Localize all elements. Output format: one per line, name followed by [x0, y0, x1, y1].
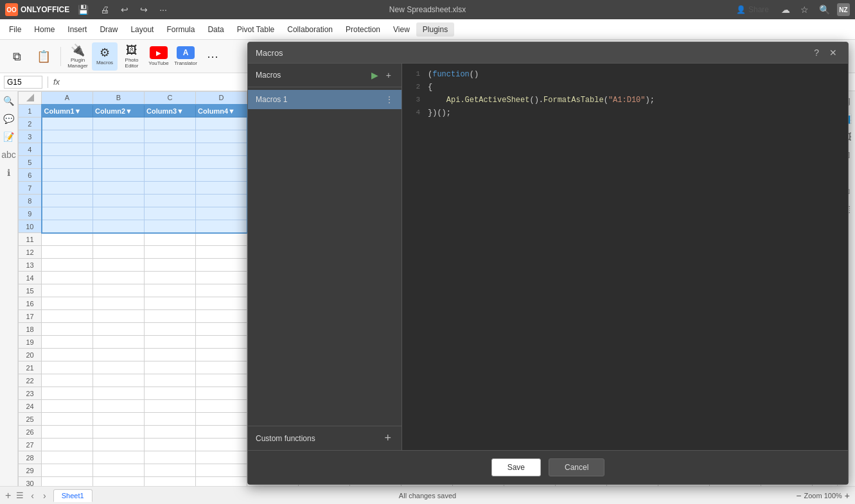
cell-A23[interactable]: [42, 387, 93, 400]
row-header-8[interactable]: 8: [19, 195, 42, 207]
cell-D26[interactable]: [196, 426, 247, 439]
cell-B8[interactable]: [93, 195, 145, 207]
menu-draw[interactable]: Draw: [93, 22, 124, 37]
cell-B27[interactable]: [93, 439, 145, 451]
menu-plugins[interactable]: Plugins: [416, 22, 454, 37]
row-header-17[interactable]: 17: [19, 310, 42, 323]
row-header-22[interactable]: 22: [19, 374, 42, 387]
cell-A16[interactable]: [42, 297, 93, 310]
cell-A21[interactable]: [42, 361, 93, 374]
cell-A2[interactable]: [42, 117, 93, 130]
menu-insert[interactable]: Insert: [61, 22, 93, 37]
zoom-in-button[interactable]: +: [845, 491, 850, 501]
macro-item-menu-1[interactable]: ⋮: [385, 94, 394, 105]
more-plugins-button[interactable]: ⋯: [200, 42, 225, 71]
cell-C29[interactable]: [145, 464, 196, 477]
row-header-29[interactable]: 29: [19, 464, 42, 477]
sheet-nav-next[interactable]: ›: [41, 491, 48, 501]
macros-button[interactable]: ⚙ Macros: [92, 42, 118, 71]
cell-B12[interactable]: [93, 246, 145, 259]
cell-C22[interactable]: [145, 374, 196, 387]
info-sidebar-icon[interactable]: ℹ: [2, 166, 16, 180]
code-editor[interactable]: 1 (function() 2 { 3 A: [402, 64, 848, 450]
sheet-list-button[interactable]: ☰: [16, 491, 24, 500]
cell-C17[interactable]: [145, 310, 196, 323]
corner-header[interactable]: [19, 92, 42, 105]
menu-file[interactable]: File: [3, 22, 28, 37]
cell-C26[interactable]: [145, 426, 196, 439]
cell-A8[interactable]: [42, 195, 93, 207]
cell-B1[interactable]: Column2▼: [93, 105, 145, 117]
cell-C11[interactable]: [145, 233, 196, 246]
cell-C7[interactable]: [145, 182, 196, 195]
cell-C28[interactable]: [145, 451, 196, 464]
row-header-4[interactable]: 4: [19, 143, 42, 156]
row-header-3[interactable]: 3: [19, 130, 42, 143]
menu-collaboration[interactable]: Collaboration: [281, 22, 339, 37]
cell-B25[interactable]: [93, 413, 145, 426]
cell-A15[interactable]: [42, 284, 93, 297]
cell-C25[interactable]: [145, 413, 196, 426]
cell-D3[interactable]: [196, 130, 247, 143]
cell-B19[interactable]: [93, 336, 145, 349]
row-header-14[interactable]: 14: [19, 272, 42, 284]
cell-C23[interactable]: [145, 387, 196, 400]
row-header-13[interactable]: 13: [19, 259, 42, 272]
cell-C1[interactable]: Column3▼: [145, 105, 196, 117]
cell-D17[interactable]: [196, 310, 247, 323]
cell-D14[interactable]: [196, 272, 247, 284]
cell-D7[interactable]: [196, 182, 247, 195]
cell-A13[interactable]: [42, 259, 93, 272]
cell-B6[interactable]: [93, 169, 145, 182]
comment-sidebar-icon[interactable]: 💬: [2, 112, 16, 126]
row-header-30[interactable]: 30: [19, 477, 42, 487]
menu-data[interactable]: Data: [201, 22, 230, 37]
cell-A19[interactable]: [42, 336, 93, 349]
cell-B17[interactable]: [93, 310, 145, 323]
row-header-18[interactable]: 18: [19, 323, 42, 336]
cell-A28[interactable]: [42, 451, 93, 464]
cell-A27[interactable]: [42, 439, 93, 451]
cell-D12[interactable]: [196, 246, 247, 259]
menu-formula[interactable]: Formula: [160, 22, 201, 37]
cell-D5[interactable]: [196, 156, 247, 169]
copy-button[interactable]: ⧉: [4, 42, 30, 71]
cell-A17[interactable]: [42, 310, 93, 323]
cell-C15[interactable]: [145, 284, 196, 297]
cell-C24[interactable]: [145, 400, 196, 413]
cell-B2[interactable]: [93, 117, 145, 130]
cell-A24[interactable]: [42, 400, 93, 413]
save-to-cloud-button[interactable]: ☁: [778, 3, 793, 16]
cell-D9[interactable]: [196, 207, 247, 220]
cell-D8[interactable]: [196, 195, 247, 207]
cell-D18[interactable]: [196, 323, 247, 336]
cell-A5[interactable]: [42, 156, 93, 169]
row-header-5[interactable]: 5: [19, 156, 42, 169]
cell-C16[interactable]: [145, 297, 196, 310]
cell-A7[interactable]: [42, 182, 93, 195]
cell-A25[interactable]: [42, 413, 93, 426]
cell-D29[interactable]: [196, 464, 247, 477]
dialog-save-button[interactable]: Save: [491, 458, 541, 476]
cell-D24[interactable]: [196, 400, 247, 413]
row-header-25[interactable]: 25: [19, 413, 42, 426]
sheet-tab-1[interactable]: Sheet1: [53, 489, 93, 502]
cell-C18[interactable]: [145, 323, 196, 336]
add-sheet-button[interactable]: +: [5, 490, 11, 501]
col-header-a[interactable]: A: [42, 92, 93, 105]
menu-home[interactable]: Home: [28, 22, 61, 37]
cell-B4[interactable]: [93, 143, 145, 156]
cell-C3[interactable]: [145, 130, 196, 143]
cell-B10[interactable]: [93, 220, 145, 233]
cell-B13[interactable]: [93, 259, 145, 272]
cell-D27[interactable]: [196, 439, 247, 451]
cell-B5[interactable]: [93, 156, 145, 169]
row-header-23[interactable]: 23: [19, 387, 42, 400]
more-button[interactable]: ···: [156, 3, 170, 16]
cell-A3[interactable]: [42, 130, 93, 143]
translator-button[interactable]: Translator: [173, 42, 198, 71]
cell-A4[interactable]: [42, 143, 93, 156]
cell-B23[interactable]: [93, 387, 145, 400]
menu-protection[interactable]: Protection: [339, 22, 387, 37]
dialog-close-button[interactable]: ✕: [826, 46, 840, 59]
